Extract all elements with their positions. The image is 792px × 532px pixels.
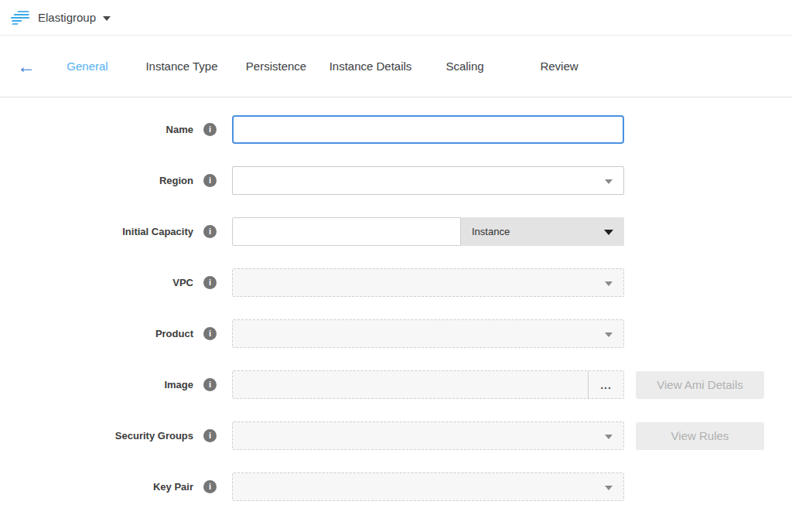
security-groups-label: Security Groups — [0, 430, 193, 442]
info-icon[interactable]: i — [203, 174, 217, 187]
security-groups-select — [232, 421, 624, 450]
security-groups-row: Security Groups i View Rules — [0, 421, 792, 450]
vpc-select — [232, 268, 624, 297]
browse-ellipsis-button: ... — [588, 371, 623, 398]
region-row: Region i — [0, 166, 792, 195]
chevron-down-icon — [605, 435, 613, 439]
info-icon[interactable]: i — [203, 276, 217, 289]
info-icon[interactable]: i — [203, 327, 217, 340]
info-icon[interactable]: i — [203, 480, 217, 493]
view-ami-details-button[interactable]: View Ami Details — [636, 371, 764, 399]
app-title[interactable]: Elastigroup — [38, 11, 96, 24]
wizard-tabs: General Instance Type Persistence Instan… — [40, 60, 606, 73]
elastigroup-logo-icon — [8, 10, 35, 26]
capacity-unit-select[interactable]: Instance — [461, 217, 624, 246]
initial-capacity-row: Initial Capacity i Instance — [0, 217, 792, 246]
info-icon[interactable]: i — [203, 378, 217, 391]
capacity-unit-value: Instance — [472, 226, 510, 237]
vpc-label: VPC — [0, 277, 193, 288]
tab-instance-details[interactable]: Instance Details — [323, 60, 418, 73]
chevron-down-icon — [605, 486, 613, 490]
info-icon[interactable]: i — [203, 123, 217, 136]
chevron-down-icon — [605, 281, 613, 286]
product-row: Product i — [0, 319, 792, 348]
product-label: Product — [0, 328, 193, 339]
back-arrow-icon[interactable]: ← — [12, 56, 40, 77]
name-input[interactable] — [232, 115, 624, 144]
tab-scaling[interactable]: Scaling — [418, 60, 512, 73]
chevron-down-icon — [605, 332, 613, 337]
key-pair-row: Key Pair i — [0, 472, 792, 501]
tab-review[interactable]: Review — [512, 60, 606, 73]
view-rules-button[interactable]: View Rules — [636, 422, 764, 450]
info-icon[interactable]: i — [203, 429, 217, 442]
info-icon[interactable]: i — [203, 225, 217, 238]
name-row: Name i — [0, 115, 792, 144]
tab-general[interactable]: General — [40, 60, 135, 73]
wizard-tab-bar: ← General Instance Type Persistence Inst… — [0, 36, 792, 97]
image-label: Image — [0, 379, 193, 390]
chevron-down-icon — [605, 179, 613, 184]
name-label: Name — [0, 124, 193, 135]
tab-persistence[interactable]: Persistence — [229, 60, 323, 73]
region-label: Region — [0, 175, 193, 186]
key-pair-label: Key Pair — [0, 481, 193, 493]
chevron-down-icon — [604, 230, 613, 235]
initial-capacity-input[interactable] — [232, 217, 461, 246]
app-header: Elastigroup — [0, 0, 792, 36]
image-row: Image i ... View Ami Details — [0, 370, 792, 399]
key-pair-select — [232, 472, 624, 501]
tab-instance-type[interactable]: Instance Type — [135, 60, 229, 73]
image-input: ... — [232, 370, 624, 399]
app-caret-down-icon[interactable] — [103, 16, 111, 21]
initial-capacity-label: Initial Capacity — [0, 226, 193, 237]
region-select[interactable] — [232, 166, 624, 195]
vpc-row: VPC i — [0, 268, 792, 297]
general-settings-form: Name i Region i Initial Capacity i Insta… — [0, 97, 792, 501]
product-select — [232, 319, 624, 348]
